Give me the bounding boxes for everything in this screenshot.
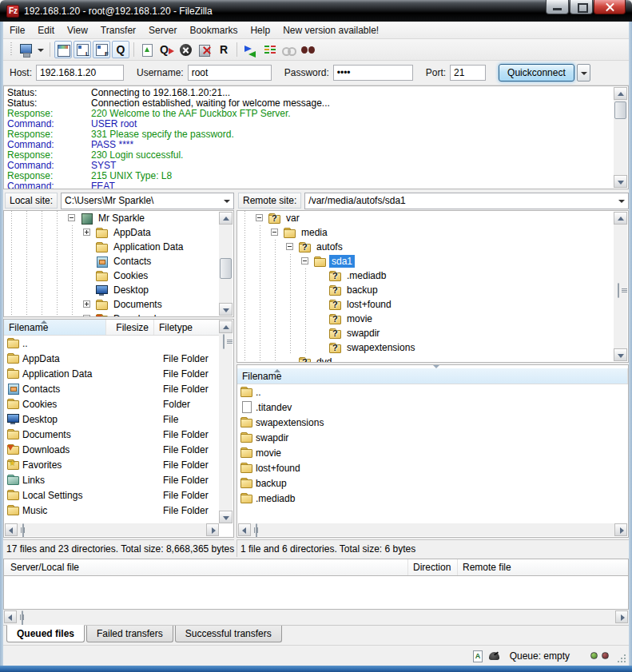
- chevron-down-icon[interactable]: [221, 193, 233, 209]
- scroll-down-arrow[interactable]: [614, 348, 627, 361]
- tree-expander[interactable]: [268, 225, 283, 240]
- scroll-right-arrow[interactable]: [614, 523, 627, 536]
- tree-node[interactable]: sda1: [237, 254, 628, 268]
- file-row[interactable]: DesktopFile: [4, 412, 220, 427]
- tree-node[interactable]: var: [237, 211, 628, 225]
- scroll-thumb[interactable]: [256, 523, 257, 538]
- pane-splitter-vertical[interactable]: [233, 191, 237, 555]
- tree-node[interactable]: autofs: [237, 240, 628, 254]
- scroll-down-arrow[interactable]: [614, 175, 627, 188]
- process-queue-button[interactable]: Q: [157, 41, 175, 58]
- tree-node-label[interactable]: Mr Sparkle: [96, 212, 147, 225]
- file-row[interactable]: lost+found: [237, 460, 628, 475]
- tree-expander[interactable]: [80, 312, 95, 317]
- disconnect-button[interactable]: [196, 41, 213, 58]
- menu-server[interactable]: Server: [142, 22, 183, 38]
- compare-directories-button[interactable]: [241, 41, 259, 58]
- toggle-queue-button[interactable]: Q: [112, 41, 129, 58]
- search-button[interactable]: [299, 41, 316, 58]
- cancel-button[interactable]: [177, 41, 194, 58]
- menu-help[interactable]: Help: [244, 22, 276, 38]
- file-row[interactable]: ContactsFile Folder: [4, 381, 220, 396]
- file-row[interactable]: ..: [4, 336, 220, 351]
- tree-node-label[interactable]: Documents: [111, 298, 165, 311]
- tree-node[interactable]: lost+found: [237, 297, 628, 312]
- tree-expander[interactable]: [252, 211, 268, 225]
- tree-node[interactable]: .mediadb: [237, 268, 628, 283]
- file-row[interactable]: MusicFile Folder: [4, 503, 220, 518]
- file-row[interactable]: Application DataFile Folder: [4, 366, 220, 381]
- tree-node-label[interactable]: sda1: [329, 255, 355, 268]
- tree-node[interactable]: dvd: [237, 355, 628, 363]
- username-input[interactable]: [188, 65, 272, 81]
- tree-node-label[interactable]: lost+found: [344, 298, 394, 311]
- column-header-remote-file[interactable]: Remote file: [457, 559, 628, 575]
- scroll-thumb[interactable]: [220, 258, 232, 279]
- tree-node-label[interactable]: dvd: [314, 356, 334, 363]
- file-row[interactable]: movie: [237, 445, 628, 460]
- scroll-left-arrow[interactable]: [4, 610, 17, 623]
- file-row[interactable]: .mediadb: [237, 491, 628, 506]
- scroll-up-arrow[interactable]: [219, 212, 233, 225]
- scroll-up-arrow[interactable]: [614, 212, 627, 225]
- tree-node[interactable]: swapextensions: [237, 340, 628, 355]
- tree-node-label[interactable]: swapdir: [344, 327, 382, 340]
- scroll-left-arrow[interactable]: [5, 523, 18, 536]
- file-row[interactable]: AppDataFile Folder: [4, 351, 220, 366]
- scroll-up-arrow[interactable]: [219, 320, 233, 333]
- tree-node-label[interactable]: movie: [344, 312, 375, 325]
- tab-queued-files[interactable]: Queued files: [6, 625, 85, 642]
- toggle-log-button[interactable]: [54, 41, 72, 58]
- tree-node[interactable]: movie: [237, 312, 628, 326]
- tree-node[interactable]: swapdir: [237, 326, 628, 340]
- tree-node[interactable]: Application Data: [4, 240, 233, 254]
- file-row[interactable]: swapextensions: [237, 415, 628, 430]
- sync-browsing-button[interactable]: [260, 41, 278, 58]
- remote-site-combo[interactable]: /var/media/autofs/sda1: [304, 193, 629, 209]
- remote-tree-scrollbar[interactable]: [614, 212, 627, 361]
- scroll-left-arrow[interactable]: [238, 523, 251, 536]
- tree-node-label[interactable]: var: [284, 212, 302, 225]
- transfer-type-icon[interactable]: [470, 650, 484, 662]
- tree-node-label[interactable]: swapextensions: [344, 341, 417, 354]
- tree-expander[interactable]: [80, 297, 95, 312]
- menu-file[interactable]: File: [3, 22, 31, 38]
- tree-node-label[interactable]: backup: [344, 284, 380, 296]
- host-input[interactable]: [36, 65, 124, 81]
- site-manager-button[interactable]: [17, 41, 34, 58]
- file-row[interactable]: CookiesFolder: [4, 396, 220, 412]
- local-list-hscrollbar[interactable]: [5, 523, 219, 536]
- quickconnect-button[interactable]: Quickconnect: [499, 64, 574, 82]
- tree-node-label[interactable]: Application Data: [111, 241, 185, 253]
- tree-node-label[interactable]: .mediadb: [344, 269, 388, 282]
- scroll-thumb[interactable]: [614, 101, 626, 119]
- port-input[interactable]: [450, 65, 486, 81]
- tree-node[interactable]: Mr Sparkle: [4, 211, 233, 225]
- local-site-combo[interactable]: C:\Users\Mr Sparkle\: [61, 193, 234, 209]
- tree-node[interactable]: backup: [237, 283, 628, 297]
- file-row[interactable]: backup: [237, 475, 628, 491]
- close-button[interactable]: [594, 0, 626, 14]
- column-header-filename[interactable]: Filename: [4, 320, 106, 335]
- chevron-down-icon[interactable]: [616, 193, 628, 209]
- reconnect-button[interactable]: R: [215, 41, 233, 58]
- menu-edit[interactable]: Edit: [31, 22, 61, 38]
- scroll-thumb[interactable]: [22, 610, 23, 626]
- tab-successful-transfers[interactable]: Successful transfers: [175, 626, 282, 642]
- file-row[interactable]: LinksFile Folder: [4, 472, 220, 487]
- tree-node-label[interactable]: autofs: [314, 241, 345, 253]
- quickconnect-dropdown[interactable]: [577, 64, 590, 82]
- tree-node-label[interactable]: Cookies: [111, 269, 150, 282]
- menu-bookmarks[interactable]: Bookmarks: [183, 22, 244, 38]
- menu-transfer[interactable]: Transfer: [94, 22, 142, 38]
- scroll-right-arrow[interactable]: [615, 610, 628, 623]
- local-tree-scrollbar[interactable]: [219, 212, 233, 316]
- file-row[interactable]: FavoritesFile Folder: [4, 457, 220, 472]
- tree-node-label[interactable]: Contacts: [111, 255, 153, 268]
- log-scrollbar[interactable]: [614, 87, 627, 188]
- scroll-thumb[interactable]: [618, 283, 619, 298]
- tree-node-label[interactable]: media: [299, 226, 330, 239]
- tree-node[interactable]: Cookies: [4, 268, 233, 283]
- refresh-button[interactable]: [138, 41, 156, 58]
- password-input[interactable]: [333, 65, 413, 81]
